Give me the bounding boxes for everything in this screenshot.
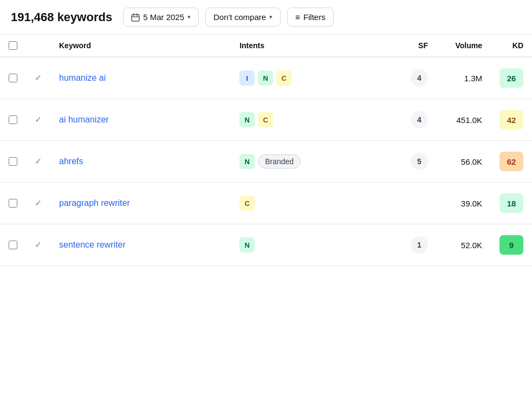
row-checkbox[interactable] <box>9 241 17 249</box>
volume-value: 39.0K <box>445 199 482 208</box>
intent-badge-c: C <box>239 196 255 211</box>
intent-badge-i: I <box>239 70 255 86</box>
filters-label: Filters <box>303 12 326 22</box>
intent-badge-n: N <box>239 237 255 253</box>
row-checkbox[interactable] <box>9 157 17 166</box>
branded-badge: Branded <box>258 154 301 169</box>
table-row: ✓ai humanizerNC4451.0K42 <box>0 99 532 141</box>
table-row: ✓humanize aiINC41.3M26 <box>0 57 532 99</box>
calendar-icon <box>131 13 140 22</box>
row-checkmark: ✓ <box>35 157 42 166</box>
kd-value: 18 <box>499 193 523 213</box>
sf-value: 5 <box>411 153 428 170</box>
date-label: 5 Mar 2025 <box>143 12 184 22</box>
volume-value: 52.0K <box>445 241 482 250</box>
intent-badge-n: N <box>239 112 255 127</box>
keyword-link[interactable]: paragraph rewriter <box>59 198 130 208</box>
sf-value: 4 <box>411 111 428 128</box>
svg-rect-0 <box>132 15 139 21</box>
table-row: ✓ahrefsNBranded556.0K62 <box>0 141 532 183</box>
intent-badge-c: C <box>276 70 291 86</box>
col-header-keyword: Keyword <box>50 35 231 57</box>
volume-value: 1.3M <box>445 74 482 83</box>
chevron-down-icon: ▾ <box>187 14 191 21</box>
keyword-table: Keyword Intents SF Volume KD ✓humanize a… <box>0 35 532 266</box>
keyword-link[interactable]: humanize ai <box>59 73 106 82</box>
sf-value: 1 <box>411 236 428 254</box>
row-checkmark: ✓ <box>35 198 42 208</box>
col-header-checkbox <box>0 35 26 57</box>
row-checkmark: ✓ <box>35 73 42 82</box>
row-checkbox[interactable] <box>9 115 17 124</box>
sf-value: 4 <box>411 69 428 87</box>
table-row: ✓paragraph rewriterC39.0K18 <box>0 183 532 224</box>
col-header-check <box>26 35 50 57</box>
keyword-table-container: Keyword Intents SF Volume KD ✓humanize a… <box>0 35 532 266</box>
intents-cell: C <box>239 196 385 211</box>
kd-value: 9 <box>499 235 523 255</box>
row-checkbox[interactable] <box>9 74 17 82</box>
intent-badge-c: C <box>258 112 273 127</box>
keyword-link[interactable]: ai humanizer <box>59 115 109 124</box>
col-header-kd: KD <box>491 35 532 57</box>
compare-label: Don't compare <box>213 12 266 22</box>
row-checkmark: ✓ <box>35 240 42 249</box>
keyword-link[interactable]: ahrefs <box>59 157 83 166</box>
kd-value: 26 <box>499 68 523 88</box>
intents-cell: INC <box>239 70 385 86</box>
filters-button[interactable]: ≡ Filters <box>287 8 334 27</box>
select-all-checkbox[interactable] <box>9 41 17 50</box>
intents-cell: NC <box>239 112 385 127</box>
kd-value: 42 <box>499 110 523 130</box>
chevron-down-icon: ▾ <box>269 14 273 21</box>
table-row: ✓sentence rewriterN152.0K9 <box>0 224 532 266</box>
kd-value: 62 <box>499 152 523 171</box>
intents-cell: NBranded <box>239 154 385 169</box>
row-checkbox[interactable] <box>9 199 17 208</box>
filter-icon: ≡ <box>295 12 300 22</box>
keyword-link[interactable]: sentence rewriter <box>59 240 126 249</box>
compare-button[interactable]: Don't compare ▾ <box>205 8 281 27</box>
intents-cell: N <box>239 237 385 253</box>
col-header-intents: Intents <box>231 35 393 57</box>
keyword-count: 191,468 keywords <box>11 10 112 24</box>
row-checkmark: ✓ <box>35 115 42 124</box>
toolbar: 191,468 keywords 5 Mar 2025 ▾ Don't comp… <box>0 0 532 35</box>
col-header-volume: Volume <box>437 35 491 57</box>
col-header-sf: SF <box>393 35 437 57</box>
volume-value: 451.0K <box>445 115 482 125</box>
intent-badge-n: N <box>239 154 255 169</box>
intent-badge-n: N <box>258 70 273 86</box>
date-picker-button[interactable]: 5 Mar 2025 ▾ <box>123 8 199 27</box>
volume-value: 56.0K <box>445 157 482 166</box>
